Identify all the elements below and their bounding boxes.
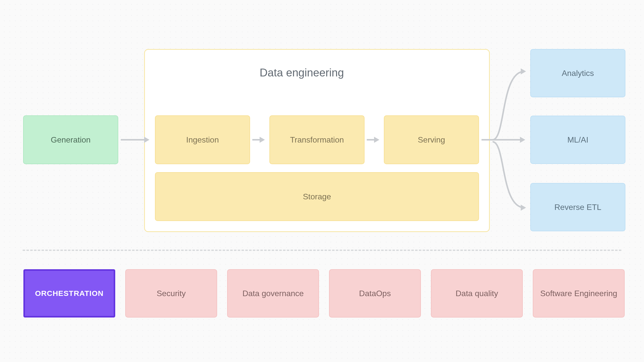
- label-quality: Data quality: [456, 288, 498, 298]
- arrow-serving-to-analytics: [491, 66, 531, 142]
- box-quality: Data quality: [431, 269, 523, 318]
- label-security: Security: [157, 288, 186, 298]
- box-serving: Serving: [384, 115, 479, 164]
- label-storage: Storage: [303, 192, 331, 202]
- label-reverse-etl: Reverse ETL: [554, 202, 601, 212]
- box-analytics: Analytics: [530, 49, 625, 97]
- divider-dashed: [23, 250, 621, 251]
- label-ingestion: Ingestion: [186, 135, 219, 145]
- box-storage: Storage: [155, 172, 479, 221]
- box-dataops: DataOps: [329, 269, 421, 318]
- label-swe: Software Engineering: [540, 288, 617, 298]
- label-analytics: Analytics: [562, 68, 594, 78]
- box-mlai: ML/AI: [530, 116, 625, 164]
- label-mlai: ML/AI: [567, 135, 588, 145]
- data-engineering-title: Data engineering: [260, 66, 344, 79]
- label-serving: Serving: [418, 135, 445, 145]
- box-generation: Generation: [23, 115, 118, 164]
- box-governance: Data governance: [227, 269, 319, 318]
- arrow-transformation-to-serving: [365, 136, 385, 143]
- arrow-generation-to-ingestion: [118, 136, 156, 143]
- arrow-serving-to-reverse-etl: [491, 140, 531, 215]
- arrow-ingestion-to-transformation: [250, 136, 270, 143]
- label-dataops: DataOps: [359, 288, 391, 298]
- box-transformation: Transformation: [269, 115, 365, 164]
- label-orchestration: ORCHESTRATION: [35, 289, 103, 298]
- box-swe: Software Engineering: [533, 269, 625, 318]
- label-transformation: Transformation: [290, 135, 344, 145]
- box-ingestion: Ingestion: [155, 115, 250, 164]
- box-orchestration: ORCHESTRATION: [23, 269, 115, 318]
- label-generation: Generation: [51, 135, 91, 145]
- box-security: Security: [125, 269, 217, 318]
- box-reverse-etl: Reverse ETL: [530, 183, 625, 231]
- label-governance: Data governance: [243, 288, 304, 298]
